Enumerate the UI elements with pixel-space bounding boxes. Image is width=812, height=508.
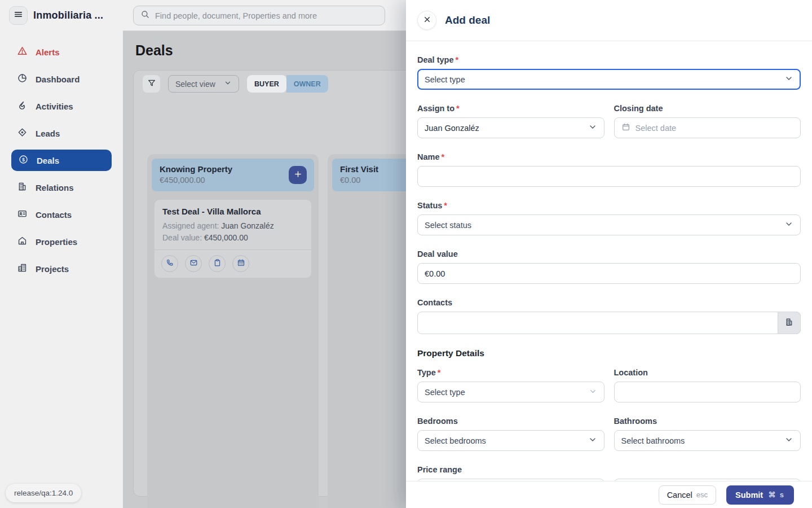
location-field-wrap: [614, 382, 801, 402]
bathrooms-group: Bathrooms Select bathrooms: [614, 416, 801, 451]
building-icon: [784, 317, 794, 329]
price-range-group: Price range: [417, 465, 801, 481]
cancel-button[interactable]: Cancel esc: [659, 485, 716, 505]
drawer-header: Add deal: [406, 0, 812, 41]
contacts-field-wrap: [417, 312, 801, 334]
type-location-row: Type* Select type Location: [417, 367, 801, 402]
price-range-label: Price range: [417, 465, 801, 475]
bedrooms-label: Bedrooms: [417, 416, 604, 426]
status-placeholder: Select status: [425, 221, 471, 230]
chevron-down-icon: [784, 435, 793, 446]
bedrooms-placeholder: Select bedrooms: [425, 436, 486, 445]
property-details-heading: Property Details: [417, 348, 801, 359]
status-select[interactable]: Select status: [417, 214, 801, 235]
contacts-input[interactable]: [425, 318, 772, 327]
name-field-wrap: [417, 166, 801, 187]
submit-shortcut-hint: ⌘ s: [768, 491, 785, 499]
assign-to-group: Assign to* Juan Gonzaléz: [417, 103, 604, 138]
contacts-picker-button[interactable]: [778, 312, 801, 334]
bedrooms-group: Bedrooms Select bedrooms: [417, 416, 604, 451]
required-marker: *: [455, 55, 458, 64]
deal-type-group: Deal type* Select type: [417, 55, 801, 90]
assign-to-select[interactable]: Juan Gonzaléz: [417, 117, 604, 138]
status-label: Status*: [417, 200, 801, 211]
chevron-down-icon: [588, 435, 597, 446]
name-label: Name*: [417, 152, 801, 162]
property-type-label: Type*: [417, 367, 604, 378]
name-input[interactable]: [425, 172, 793, 181]
bathrooms-label: Bathrooms: [614, 416, 801, 426]
add-deal-drawer: Add deal Deal type* Select type Assign t…: [406, 0, 812, 508]
required-marker: *: [444, 201, 447, 210]
deal-type-select[interactable]: Select type: [417, 69, 801, 90]
drawer-title: Add deal: [445, 14, 490, 27]
required-marker: *: [438, 368, 441, 377]
deal-type-placeholder: Select type: [425, 75, 465, 84]
add-deal-form: Deal type* Select type Assign to* Juan G…: [406, 41, 812, 481]
contacts-group: Contacts: [417, 297, 801, 334]
location-label: Location: [614, 367, 801, 378]
cancel-label: Cancel: [667, 491, 692, 500]
chevron-down-icon: [784, 220, 793, 230]
closing-date-group: Closing date Select date: [614, 103, 801, 138]
deal-value-field-wrap: [417, 263, 801, 284]
deal-value-group: Deal value: [417, 249, 801, 284]
property-type-group: Type* Select type: [417, 367, 604, 402]
assign-to-label: Assign to*: [417, 103, 604, 113]
assign-closing-row: Assign to* Juan Gonzaléz Closing date Se…: [417, 103, 801, 138]
chevron-down-icon: [588, 122, 597, 133]
name-group: Name*: [417, 152, 801, 187]
deal-value-input[interactable]: [425, 269, 793, 278]
closing-date-placeholder: Select date: [636, 124, 677, 133]
assign-to-value: Juan Gonzaléz: [425, 124, 479, 133]
close-icon: [423, 15, 431, 26]
chevron-down-icon: [589, 387, 597, 397]
cancel-shortcut-hint: esc: [696, 491, 708, 499]
bedrooms-select[interactable]: Select bedrooms: [417, 430, 604, 451]
chevron-down-icon: [784, 74, 793, 85]
deal-value-label: Deal value: [417, 249, 801, 259]
required-marker: *: [456, 104, 460, 113]
submit-button[interactable]: Submit ⌘ s: [726, 485, 794, 505]
submit-label: Submit: [735, 491, 763, 500]
bathrooms-placeholder: Select bathrooms: [621, 436, 685, 445]
closing-date-picker[interactable]: Select date: [614, 117, 801, 138]
close-drawer-button[interactable]: [417, 11, 436, 30]
required-marker: *: [442, 152, 445, 161]
contacts-label: Contacts: [417, 297, 801, 308]
bathrooms-select[interactable]: Select bathrooms: [614, 430, 801, 451]
location-group: Location: [614, 367, 801, 402]
closing-date-label: Closing date: [614, 103, 801, 113]
property-type-select[interactable]: Select type: [417, 382, 604, 402]
property-type-placeholder: Select type: [425, 388, 465, 397]
drawer-footer: Cancel esc Submit ⌘ s: [406, 481, 812, 508]
deal-type-label: Deal type*: [417, 55, 801, 65]
status-group: Status* Select status: [417, 200, 801, 235]
bedrooms-bathrooms-row: Bedrooms Select bedrooms Bathrooms Selec…: [417, 416, 801, 451]
location-input[interactable]: [621, 388, 794, 397]
calendar-icon: [621, 122, 630, 133]
modal-overlay[interactable]: [0, 0, 406, 508]
